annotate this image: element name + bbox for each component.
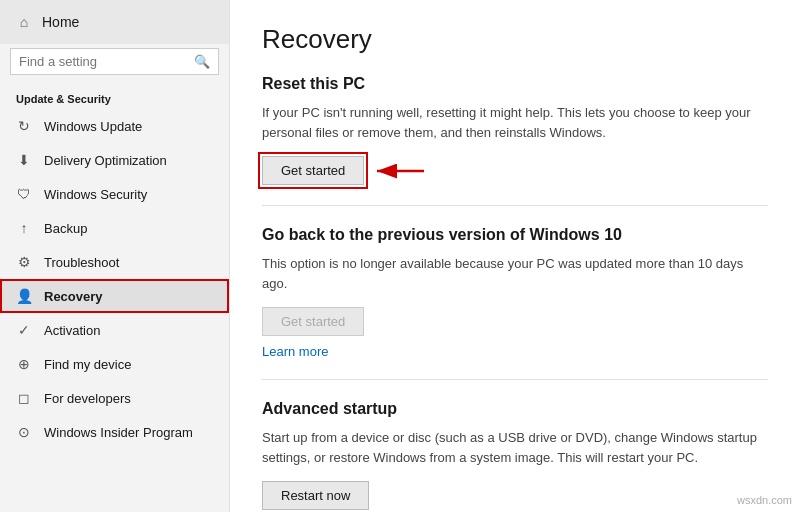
insider-icon: ⊙ xyxy=(16,424,32,440)
sidebar-item-label: Find my device xyxy=(44,357,131,372)
main-content: Recovery Reset this PC If your PC isn't … xyxy=(230,0,800,512)
security-icon: 🛡 xyxy=(16,186,32,202)
sidebar-item-windows-insider[interactable]: ⊙ Windows Insider Program xyxy=(0,415,229,449)
learn-more-link[interactable]: Learn more xyxy=(262,344,328,359)
troubleshoot-icon: ⚙ xyxy=(16,254,32,270)
reset-pc-desc: If your PC isn't running well, resetting… xyxy=(262,103,762,142)
windows-update-icon: ↻ xyxy=(16,118,32,134)
advanced-startup-desc: Start up from a device or disc (such as … xyxy=(262,428,762,467)
sidebar-item-label: Windows Insider Program xyxy=(44,425,193,440)
developers-icon: ◻ xyxy=(16,390,32,406)
red-arrow-annotation xyxy=(369,156,424,186)
divider-2 xyxy=(262,379,768,380)
restart-now-button[interactable]: Restart now xyxy=(262,481,369,510)
sidebar-item-label: For developers xyxy=(44,391,131,406)
sidebar-item-label: Activation xyxy=(44,323,100,338)
sidebar-item-windows-security[interactable]: 🛡 Windows Security xyxy=(0,177,229,211)
sidebar-item-activation[interactable]: ✓ Activation xyxy=(0,313,229,347)
reset-pc-title: Reset this PC xyxy=(262,75,768,93)
reset-get-started-button[interactable]: Get started xyxy=(262,156,364,185)
home-icon: ⌂ xyxy=(16,14,32,30)
advanced-startup-title: Advanced startup xyxy=(262,400,768,418)
page-title: Recovery xyxy=(262,24,768,55)
divider-1 xyxy=(262,205,768,206)
sidebar-item-troubleshoot[interactable]: ⚙ Troubleshoot xyxy=(0,245,229,279)
search-box[interactable]: 🔍 xyxy=(10,48,219,75)
sidebar-item-recovery[interactable]: 👤 Recovery xyxy=(0,279,229,313)
search-input[interactable] xyxy=(19,54,188,69)
sidebar-item-backup[interactable]: ↑ Backup xyxy=(0,211,229,245)
sidebar-item-for-developers[interactable]: ◻ For developers xyxy=(0,381,229,415)
sidebar-item-windows-update[interactable]: ↻ Windows Update xyxy=(0,109,229,143)
advanced-startup-section: Advanced startup Start up from a device … xyxy=(262,400,768,510)
go-back-desc: This option is no longer available becau… xyxy=(262,254,762,293)
sidebar-item-label: Windows Update xyxy=(44,119,142,134)
recovery-icon: 👤 xyxy=(16,288,32,304)
sidebar-item-label: Troubleshoot xyxy=(44,255,119,270)
search-icon: 🔍 xyxy=(194,54,210,69)
delivery-icon: ⬇ xyxy=(16,152,32,168)
sidebar-item-label: Windows Security xyxy=(44,187,147,202)
watermark: wsxdn.com xyxy=(737,494,792,506)
go-back-get-started-button[interactable]: Get started xyxy=(262,307,364,336)
sidebar-item-find-my-device[interactable]: ⊕ Find my device xyxy=(0,347,229,381)
sidebar-home[interactable]: ⌂ Home xyxy=(0,0,229,44)
sidebar-item-label: Recovery xyxy=(44,289,103,304)
home-label: Home xyxy=(42,14,79,30)
sidebar-item-delivery-optimization[interactable]: ⬇ Delivery Optimization xyxy=(0,143,229,177)
reset-pc-section: Reset this PC If your PC isn't running w… xyxy=(262,75,768,185)
go-back-section: Go back to the previous version of Windo… xyxy=(262,226,768,359)
sidebar-item-label: Backup xyxy=(44,221,87,236)
backup-icon: ↑ xyxy=(16,220,32,236)
go-back-title: Go back to the previous version of Windo… xyxy=(262,226,768,244)
sidebar-item-label: Delivery Optimization xyxy=(44,153,167,168)
activation-icon: ✓ xyxy=(16,322,32,338)
section-header: Update & Security xyxy=(0,85,229,109)
sidebar: ⌂ Home 🔍 Update & Security ↻ Windows Upd… xyxy=(0,0,230,512)
get-started-container: Get started xyxy=(262,156,364,185)
find-device-icon: ⊕ xyxy=(16,356,32,372)
